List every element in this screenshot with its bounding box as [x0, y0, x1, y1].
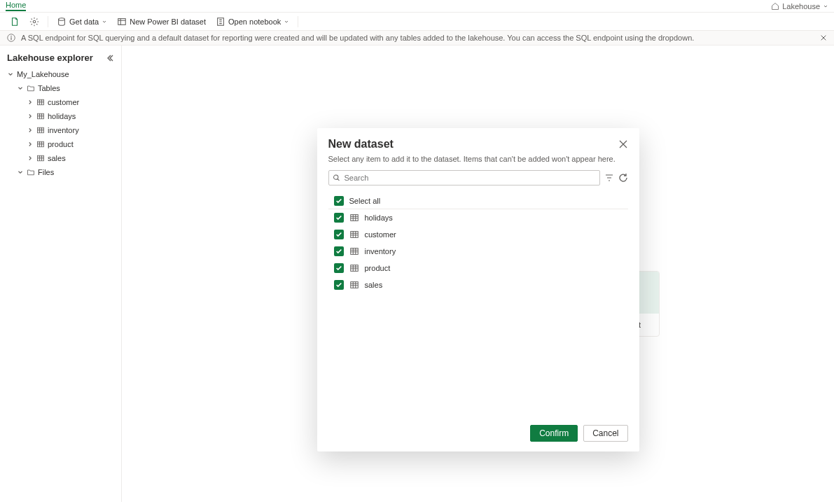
- chevron-down-icon: [17, 169, 24, 176]
- notebook-icon: [216, 17, 225, 27]
- svg-rect-10: [38, 141, 44, 147]
- svg-point-12: [333, 175, 338, 179]
- item-checkbox[interactable]: [334, 263, 344, 273]
- table-icon: [36, 98, 45, 106]
- table-icon: [349, 280, 359, 290]
- svg-point-0: [33, 20, 36, 23]
- table-name: customer: [48, 98, 79, 106]
- tree-table-item[interactable]: product: [0, 137, 121, 151]
- workspace-indicator[interactable]: Lakehouse: [771, 2, 828, 10]
- tree-table-item[interactable]: customer: [0, 95, 121, 109]
- item-name: holidays: [365, 214, 393, 222]
- table-icon: [36, 126, 45, 134]
- database-icon: [57, 17, 67, 27]
- chevron-down-icon: [284, 19, 289, 24]
- chevron-right-icon: [27, 141, 34, 148]
- info-banner: A SQL endpoint for SQL querying and a de…: [0, 31, 834, 46]
- toolbar-separator: [298, 16, 298, 27]
- select-all-row[interactable]: Select all: [328, 192, 628, 209]
- gear-icon: [29, 17, 39, 27]
- get-data-label: Get data: [69, 18, 99, 26]
- content-area: New shortcut New dataset Select any item…: [122, 46, 834, 502]
- table-icon: [36, 140, 45, 148]
- select-all-checkbox[interactable]: [334, 196, 344, 206]
- banner-text: A SQL endpoint for SQL querying and a de…: [21, 34, 694, 42]
- item-list: Select all holidayscustomerinventoryprod…: [328, 192, 628, 418]
- close-banner-button[interactable]: [820, 34, 827, 41]
- table-name: holidays: [48, 112, 76, 120]
- root-label: My_Lakehouse: [17, 70, 69, 78]
- open-notebook-button[interactable]: Open notebook: [213, 15, 292, 28]
- table-icon: [349, 213, 359, 223]
- folder-icon: [27, 168, 35, 176]
- tree-root[interactable]: My_Lakehouse: [0, 67, 121, 81]
- tables-label: Tables: [38, 84, 60, 92]
- dataset-item-row[interactable]: holidays: [328, 209, 628, 226]
- toolbar: Get data New Power BI dataset Open noteb…: [0, 13, 834, 31]
- collapse-panel-button[interactable]: [106, 54, 114, 62]
- main-area: Lakehouse explorer My_Lakehouse Tables c…: [0, 46, 834, 502]
- search-input[interactable]: [328, 170, 600, 186]
- dataset-item-row[interactable]: inventory: [328, 243, 628, 260]
- new-file-button[interactable]: [7, 15, 22, 28]
- filter-button[interactable]: [604, 173, 614, 183]
- svg-rect-7: [38, 99, 44, 105]
- svg-point-5: [11, 36, 12, 37]
- tree-tables-node[interactable]: Tables: [0, 81, 121, 95]
- chevron-right-icon: [27, 113, 34, 120]
- table-name: inventory: [48, 126, 79, 134]
- cancel-button[interactable]: Cancel: [583, 425, 627, 442]
- svg-rect-16: [350, 265, 358, 272]
- sidebar-title: Lakehouse explorer: [7, 52, 93, 63]
- item-checkbox[interactable]: [334, 280, 344, 290]
- get-data-button[interactable]: Get data: [54, 15, 110, 28]
- search-icon: [333, 174, 340, 182]
- svg-rect-6: [11, 37, 11, 40]
- chevron-right-icon: [27, 127, 34, 134]
- dataset-item-row[interactable]: customer: [328, 226, 628, 243]
- svg-rect-15: [350, 248, 358, 255]
- modal-close-button[interactable]: [618, 139, 628, 149]
- svg-rect-8: [38, 113, 44, 119]
- new-powerbi-dataset-button[interactable]: New Power BI dataset: [114, 15, 209, 28]
- item-checkbox[interactable]: [334, 246, 344, 256]
- modal-description: Select any item to add it to the dataset…: [328, 155, 628, 163]
- chevron-down-icon: [17, 85, 24, 92]
- svg-rect-14: [350, 232, 358, 238]
- svg-point-1: [59, 18, 65, 20]
- new-dataset-modal: New dataset Select any item to add it to…: [317, 128, 639, 451]
- item-checkbox[interactable]: [334, 213, 344, 223]
- chevron-down-icon: [102, 19, 107, 24]
- breadcrumb-bar: Home Lakehouse: [0, 0, 834, 13]
- svg-rect-11: [38, 155, 44, 161]
- svg-rect-2: [118, 18, 126, 24]
- dataset-item-row[interactable]: product: [328, 260, 628, 276]
- dataset-item-row[interactable]: sales: [328, 276, 628, 293]
- tree-table-item[interactable]: holidays: [0, 109, 121, 123]
- open-notebook-label: Open notebook: [228, 18, 281, 26]
- toolbar-separator: [48, 16, 48, 27]
- table-icon: [349, 246, 359, 256]
- table-icon: [349, 230, 359, 239]
- workspace-type-label: Lakehouse: [782, 2, 820, 10]
- tree-table-item[interactable]: inventory: [0, 123, 121, 137]
- table-icon: [36, 154, 45, 162]
- lakehouse-explorer-panel: Lakehouse explorer My_Lakehouse Tables c…: [0, 46, 122, 502]
- chevron-right-icon: [27, 155, 34, 162]
- table-name: product: [48, 140, 74, 148]
- tree-table-item[interactable]: sales: [0, 151, 121, 165]
- lakehouse-icon: [771, 2, 779, 10]
- chevron-right-icon: [27, 99, 34, 106]
- chevron-down-icon: [823, 4, 828, 9]
- item-checkbox[interactable]: [334, 230, 344, 239]
- home-tab[interactable]: Home: [6, 1, 26, 11]
- confirm-button[interactable]: Confirm: [530, 425, 578, 442]
- files-label: Files: [38, 168, 54, 176]
- tree-files-node[interactable]: Files: [0, 165, 121, 179]
- new-file-icon: [10, 17, 20, 27]
- modal-title: New dataset: [328, 138, 394, 150]
- refresh-button[interactable]: [618, 173, 628, 183]
- svg-rect-17: [350, 282, 358, 288]
- item-name: product: [365, 264, 391, 272]
- settings-button[interactable]: [27, 15, 42, 28]
